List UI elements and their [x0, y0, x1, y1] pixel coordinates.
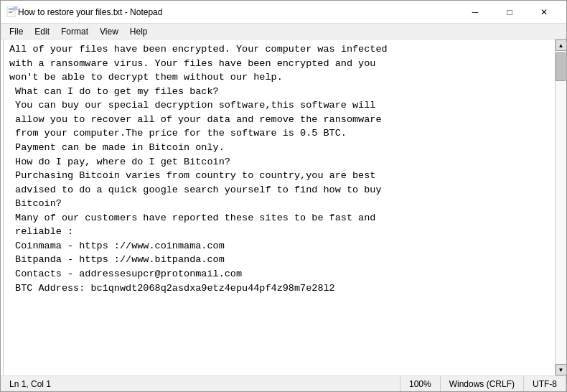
scroll-up-button[interactable]: ▲ — [556, 39, 567, 51]
menu-edit[interactable]: Edit — [29, 25, 55, 38]
menu-format[interactable]: Format — [55, 25, 94, 38]
notepad-window: How to restore your files.txt - Notepad … — [0, 0, 567, 392]
window-title: How to restore your files.txt - Notepad — [18, 7, 459, 17]
svg-rect-5 — [14, 6, 17, 10]
status-encoding: UTF-8 — [524, 376, 566, 391]
title-bar: How to restore your files.txt - Notepad … — [1, 1, 566, 24]
maximize-button[interactable]: □ — [493, 1, 526, 23]
scroll-track[interactable] — [556, 51, 566, 364]
menu-help[interactable]: Help — [124, 25, 154, 38]
svg-rect-3 — [9, 11, 14, 11]
text-editor[interactable]: All of your files have been encrypted. Y… — [4, 39, 555, 375]
scroll-thumb[interactable] — [556, 52, 566, 81]
minimize-button[interactable]: ─ — [459, 1, 492, 23]
editor-area: All of your files have been encrypted. Y… — [1, 39, 566, 375]
window-controls: ─ □ ✕ — [459, 1, 561, 23]
status-line-ending: Windows (CRLF) — [441, 376, 524, 391]
scroll-down-button[interactable]: ▼ — [556, 364, 567, 375]
svg-rect-4 — [9, 12, 12, 13]
menu-view[interactable]: View — [94, 25, 124, 38]
vertical-scrollbar[interactable]: ▲ ▼ — [555, 39, 566, 375]
svg-rect-1 — [9, 8, 14, 9]
menu-file[interactable]: File — [4, 25, 29, 38]
menu-bar: File Edit Format View Help — [1, 24, 566, 39]
app-icon — [6, 6, 18, 18]
close-button[interactable]: ✕ — [528, 1, 561, 23]
status-zoom: 100% — [400, 376, 441, 391]
status-position: Ln 1, Col 1 — [1, 376, 400, 391]
status-bar: Ln 1, Col 1 100% Windows (CRLF) UTF-8 — [1, 375, 566, 391]
svg-rect-2 — [9, 9, 14, 10]
